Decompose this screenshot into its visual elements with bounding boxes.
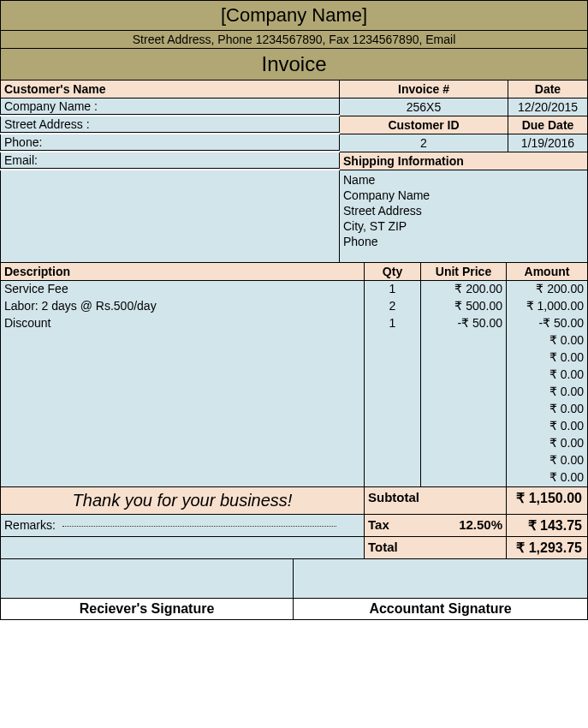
item-qty: [365, 401, 420, 418]
item-qty: 1: [365, 281, 420, 298]
shipping-name: Name: [343, 172, 584, 188]
date-label: Date: [508, 81, 588, 98]
item-desc: [1, 349, 364, 367]
item-price: -₹ 50.00: [421, 315, 506, 332]
item-price: [421, 418, 506, 435]
customer-email-label: Email:: [0, 152, 340, 169]
item-amount: ₹ 0.00: [507, 332, 587, 349]
item-price: [421, 384, 506, 401]
customer-company-label: Company Name :: [0, 98, 340, 115]
col-amount: Amount: [507, 263, 588, 281]
item-desc: [1, 418, 364, 435]
total-value: ₹ 1,293.75: [507, 537, 588, 559]
tax-value: ₹ 143.75: [507, 515, 588, 537]
item-price: [421, 332, 506, 349]
item-amount: ₹ 0.00: [507, 469, 587, 486]
item-qty: [365, 332, 420, 349]
item-price: [421, 401, 506, 418]
tax-label: Tax: [368, 517, 389, 534]
due-date-value: 1/19/2016: [508, 134, 588, 152]
receiver-sig-label: Reciever's Signature: [0, 599, 294, 620]
item-desc: Labor: 2 days @ Rs.500/day: [1, 298, 364, 315]
item-amount: ₹ 0.00: [507, 435, 587, 452]
shipping-street: Street Address: [343, 203, 584, 218]
company-info: Street Address, Phone 1234567890, Fax 12…: [0, 31, 588, 49]
invoice-num-label: Invoice #: [340, 81, 508, 98]
item-amount: ₹ 1,000.00: [507, 298, 587, 315]
shipping-block: Name Company Name Street Address City, S…: [340, 170, 588, 263]
customer-street-label: Street Address :: [0, 116, 340, 133]
accountant-sig-label: Accountant Signature: [294, 599, 588, 620]
subtotal-value: ₹ 1,150.00: [507, 487, 588, 515]
item-qty: [365, 367, 420, 384]
item-amount: ₹ 0.00: [507, 418, 587, 435]
remarks-blank: [0, 537, 365, 559]
item-amount: ₹ 0.00: [507, 401, 587, 418]
customer-id-value: 2: [340, 134, 508, 152]
date-value: 12/20/2015: [508, 98, 588, 116]
shipping-city: City, ST ZIP: [343, 218, 584, 234]
remarks-label: Remarks:: [4, 518, 56, 532]
col-description: Description: [0, 263, 365, 281]
item-qty: 2: [365, 298, 420, 315]
receiver-sig-space: [0, 559, 294, 599]
item-price: [421, 452, 506, 469]
item-desc: [1, 452, 364, 469]
total-label: Total: [365, 537, 507, 559]
item-desc: [1, 367, 364, 384]
remarks-row: Remarks:: [0, 515, 365, 537]
shipping-title: Shipping Information: [340, 152, 588, 170]
company-name: [Company Name]: [0, 0, 588, 31]
invoice-title: Invoice: [0, 49, 588, 81]
thank-you-text: Thank you for your business!: [0, 487, 365, 515]
item-qty: [365, 349, 420, 367]
tax-rate: 12.50%: [459, 517, 502, 534]
item-amount: ₹ 200.00: [507, 281, 587, 298]
shipping-company: Company Name: [343, 188, 584, 203]
item-desc: [1, 469, 364, 486]
item-desc: [1, 384, 364, 401]
item-desc: [1, 435, 364, 452]
customer-id-label: Customer ID: [340, 116, 508, 134]
items-table: Service FeeLabor: 2 days @ Rs.500/dayDis…: [0, 281, 588, 487]
item-amount: ₹ 0.00: [507, 384, 587, 401]
item-qty: [365, 469, 420, 486]
item-qty: [365, 384, 420, 401]
due-date-label: Due Date: [508, 116, 588, 134]
item-desc: [1, 401, 364, 418]
item-qty: [365, 418, 420, 435]
invoice-num-value: 256X5: [340, 98, 508, 116]
customer-blank-area: [0, 170, 340, 263]
col-unit-price: Unit Price: [421, 263, 507, 281]
item-price: ₹ 200.00: [421, 281, 506, 298]
item-price: [421, 367, 506, 384]
item-price: [421, 435, 506, 452]
customer-name-header: Customer's Name: [0, 81, 340, 98]
shipping-phone: Phone: [343, 234, 584, 249]
accountant-sig-space: [294, 559, 588, 599]
customer-phone-label: Phone:: [0, 134, 340, 151]
item-desc: Discount: [1, 315, 364, 332]
item-desc: [1, 332, 364, 349]
item-qty: [365, 435, 420, 452]
tax-row: Tax 12.50%: [365, 515, 507, 537]
item-price: [421, 469, 506, 486]
item-amount: ₹ 0.00: [507, 452, 587, 469]
item-price: [421, 349, 506, 367]
item-amount: -₹ 50.00: [507, 315, 587, 332]
subtotal-label: Subtotal: [365, 487, 507, 515]
item-price: ₹ 500.00: [421, 298, 506, 315]
item-amount: ₹ 0.00: [507, 349, 587, 367]
item-qty: 1: [365, 315, 420, 332]
item-amount: ₹ 0.00: [507, 367, 587, 384]
col-qty: Qty: [365, 263, 421, 281]
item-desc: Service Fee: [1, 281, 364, 298]
remarks-line[interactable]: [62, 526, 336, 527]
item-qty: [365, 452, 420, 469]
